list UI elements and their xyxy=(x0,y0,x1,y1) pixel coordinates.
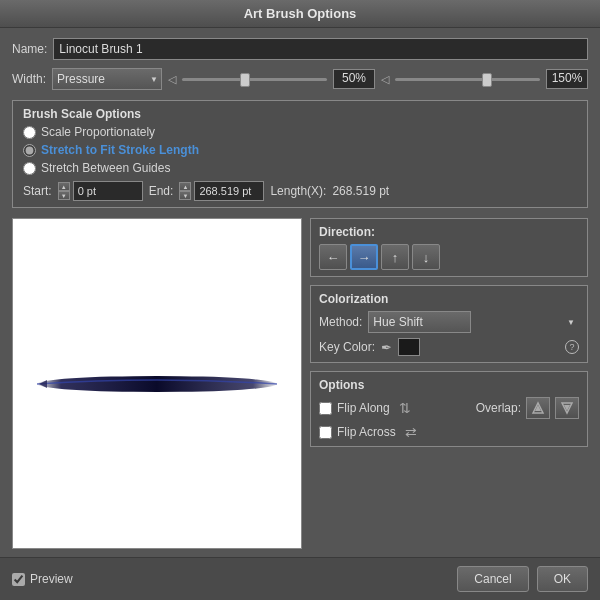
direction-buttons: ← → ↑ ↓ xyxy=(319,244,579,270)
radio-scale-proportionately[interactable] xyxy=(23,126,36,139)
dir-btn-right[interactable]: → xyxy=(350,244,378,270)
color-swatch[interactable] xyxy=(398,338,420,356)
overlap-row: Overlap: xyxy=(476,397,579,419)
eyedropper-icon[interactable]: ✒ xyxy=(381,340,392,355)
left-arrow-icon: ◁ xyxy=(168,73,176,86)
right-panel: Direction: ← → ↑ ↓ Colorization Method: xyxy=(310,218,588,549)
width-dropdown[interactable]: Pressure Fixed Random xyxy=(52,68,162,90)
flip-across-icon: ⇄ xyxy=(405,424,417,440)
dir-btn-up[interactable]: ↑ xyxy=(381,244,409,270)
left-slider-thumb[interactable] xyxy=(240,73,250,87)
footer-buttons: Cancel OK xyxy=(457,566,588,592)
dir-btn-left[interactable]: ← xyxy=(319,244,347,270)
key-color-label: Key Color: xyxy=(319,340,375,354)
radio-label-2: Stretch to Fit Stroke Length xyxy=(41,143,199,157)
name-row: Name: xyxy=(12,38,588,60)
length-value: 268.519 pt xyxy=(332,184,389,198)
dir-btn-down[interactable]: ↓ xyxy=(412,244,440,270)
flip-along-label: Flip Along xyxy=(337,401,390,415)
preview-checkbox[interactable] xyxy=(12,573,25,586)
percent-left: 50% xyxy=(333,69,375,89)
right-slider-track[interactable] xyxy=(395,78,540,81)
name-input[interactable] xyxy=(53,38,588,60)
options-section: Options Flip Along ⇅ Overlap: xyxy=(310,371,588,447)
svg-point-0 xyxy=(37,376,277,392)
start-arrows: ▲ ▼ xyxy=(58,182,70,200)
cancel-button[interactable]: Cancel xyxy=(457,566,528,592)
key-color-row: Key Color: ✒ ? xyxy=(319,338,579,356)
colorization-section: Colorization Method: Hue Shift None Tint… xyxy=(310,285,588,363)
start-spinner: ▲ ▼ xyxy=(58,181,143,201)
direction-title: Direction: xyxy=(319,225,579,239)
end-arrows: ▲ ▼ xyxy=(179,182,191,200)
flip-across-checkbox[interactable] xyxy=(319,426,332,439)
radio-row-2: Stretch to Fit Stroke Length xyxy=(23,143,577,157)
overlap-btn-2[interactable] xyxy=(555,397,579,419)
method-row: Method: Hue Shift None Tints Tints and S… xyxy=(319,311,579,333)
start-label: Start: xyxy=(23,184,52,198)
right-slider-thumb[interactable] xyxy=(482,73,492,87)
flip-across-row: Flip Across ⇄ xyxy=(319,424,579,440)
radio-stretch-guides[interactable] xyxy=(23,162,36,175)
footer: Preview Cancel OK xyxy=(0,557,600,600)
radio-stretch-fit[interactable] xyxy=(23,144,36,157)
brush-preview-area xyxy=(12,218,302,549)
width-label: Width: xyxy=(12,72,46,86)
method-dropdown[interactable]: Hue Shift None Tints Tints and Shades xyxy=(368,311,471,333)
direction-section: Direction: ← → ↑ ↓ xyxy=(310,218,588,277)
overlap-label: Overlap: xyxy=(476,401,521,415)
overlap-icon-1 xyxy=(531,401,545,415)
start-down-btn[interactable]: ▼ xyxy=(58,191,70,200)
flip-along-row: Flip Along ⇅ xyxy=(319,400,411,416)
end-input[interactable] xyxy=(194,181,264,201)
end-down-btn[interactable]: ▼ xyxy=(179,191,191,200)
start-input[interactable] xyxy=(73,181,143,201)
length-label: Length(X): xyxy=(270,184,326,198)
tip-icon[interactable]: ? xyxy=(565,340,579,354)
overlap-icon-2 xyxy=(560,401,574,415)
start-up-btn[interactable]: ▲ xyxy=(58,182,70,191)
options-title: Options xyxy=(319,378,579,392)
end-up-btn[interactable]: ▲ xyxy=(179,182,191,191)
colorization-title: Colorization xyxy=(319,292,579,306)
end-spinner: ▲ ▼ xyxy=(179,181,264,201)
radio-label-1: Scale Proportionately xyxy=(41,125,155,139)
dialog-content: Name: Width: Pressure Fixed Random ◁ 50%… xyxy=(0,28,600,557)
method-label: Method: xyxy=(319,315,362,329)
preview-label: Preview xyxy=(30,572,73,586)
art-brush-options-dialog: Art Brush Options Name: Width: Pressure … xyxy=(0,0,600,600)
brush-scale-title: Brush Scale Options xyxy=(23,107,577,121)
width-row: Width: Pressure Fixed Random ◁ 50% ◁ 150… xyxy=(12,68,588,90)
dialog-title: Art Brush Options xyxy=(244,6,357,21)
svg-marker-1 xyxy=(39,380,47,388)
name-label: Name: xyxy=(12,42,47,56)
ok-button[interactable]: OK xyxy=(537,566,588,592)
left-slider-track[interactable] xyxy=(182,78,327,81)
radio-row-3: Stretch Between Guides xyxy=(23,161,577,175)
flip-along-icon: ⇅ xyxy=(399,400,411,416)
radio-row-1: Scale Proportionately xyxy=(23,125,577,139)
start-end-row: Start: ▲ ▼ End: ▲ ▼ Length(X): xyxy=(23,181,577,201)
pressure-dropdown-wrapper: Pressure Fixed Random xyxy=(52,68,162,90)
brush-preview-svg xyxy=(27,354,287,414)
main-panel: Direction: ← → ↑ ↓ Colorization Method: xyxy=(12,218,588,549)
brush-scale-section: Brush Scale Options Scale Proportionatel… xyxy=(12,100,588,208)
radio-label-3: Stretch Between Guides xyxy=(41,161,170,175)
overlap-btn-1[interactable] xyxy=(526,397,550,419)
method-dropdown-wrapper: Hue Shift None Tints Tints and Shades xyxy=(368,311,579,333)
preview-check: Preview xyxy=(12,572,73,586)
title-bar: Art Brush Options xyxy=(0,0,600,28)
end-label: End: xyxy=(149,184,174,198)
percent-right: 150% xyxy=(546,69,588,89)
flip-along-checkbox[interactable] xyxy=(319,402,332,415)
flip-across-label: Flip Across xyxy=(337,425,396,439)
right-arrow-icon: ◁ xyxy=(381,73,389,86)
